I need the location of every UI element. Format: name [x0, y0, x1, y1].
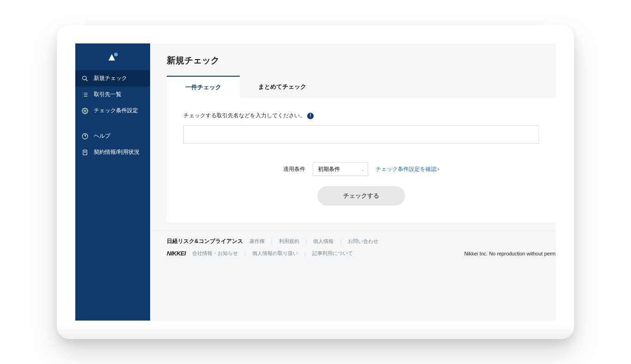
- sidebar-item-label: ヘルプ: [94, 132, 110, 140]
- sidebar-item-label: 取引先一覧: [94, 91, 121, 98]
- input-label-row: チェックする取引先名などを入力してください。 !: [183, 112, 539, 120]
- sidebar: 新規チェック 取引先一覧 チェック条件設定 ヘルプ: [75, 43, 150, 321]
- svg-point-8: [84, 110, 86, 112]
- logo-icon: [109, 53, 117, 61]
- search-icon: [82, 75, 88, 82]
- page-title: 新規チェック: [167, 55, 539, 67]
- confirm-settings-link[interactable]: チェック条件設定を確認 ›: [376, 165, 439, 173]
- sidebar-item-check-settings[interactable]: チェック条件設定: [75, 103, 150, 119]
- footer-link-article-use[interactable]: 記事利用について: [312, 250, 353, 257]
- main-content: 新規チェック 一件チェック まとめてチェック チェックする取引先名などを入力して…: [150, 43, 556, 321]
- footer-row-2: NIKKEI 会社情報・お知らせ | 個人情報の取り扱い | 記事利用について …: [167, 250, 539, 257]
- footer-link-copyright[interactable]: 著作権: [249, 238, 265, 245]
- sidebar-item-label: チェック条件設定: [94, 107, 138, 115]
- sidebar-item-new-check[interactable]: 新規チェック: [75, 70, 150, 86]
- logo-area: [75, 43, 150, 70]
- partner-name-input[interactable]: [183, 125, 539, 144]
- screen: 新規チェック 取引先一覧 チェック条件設定 ヘルプ: [75, 43, 556, 321]
- submit-row: チェックする: [183, 186, 539, 206]
- footer: 日経リスク&コンプライアンス 著作権 | 利用規約 | 個人情報 | お問い合わ…: [150, 231, 556, 263]
- input-label: チェックする取引先名などを入力してください。: [183, 112, 305, 120]
- tab-batch-check[interactable]: まとめてチェック: [240, 76, 325, 98]
- check-submit-button[interactable]: チェックする: [317, 186, 405, 206]
- laptop-frame: 新規チェック 取引先一覧 チェック条件設定 ヘルプ: [57, 25, 574, 339]
- svg-point-0: [83, 76, 86, 79]
- conditions-label: 適用条件: [283, 165, 305, 173]
- footer-service-name: 日経リスク&コンプライアンス: [167, 237, 243, 245]
- sidebar-item-label: 新規チェック: [94, 74, 127, 82]
- footer-link-contact[interactable]: お問い合わせ: [348, 238, 378, 245]
- laptop-base: [57, 330, 574, 339]
- tabs: 一件チェック まとめてチェック: [167, 76, 539, 98]
- footer-link-company-info[interactable]: 会社情報・お知らせ: [192, 250, 238, 257]
- footer-copyright: Nikkei Inc. No reproduction without perm: [464, 251, 556, 256]
- tab-single-check[interactable]: 一件チェック: [167, 76, 240, 98]
- footer-link-terms[interactable]: 利用規約: [279, 238, 299, 245]
- footer-row-1: 日経リスク&コンプライアンス 著作権 | 利用規約 | 個人情報 | お問い合わ…: [167, 237, 539, 245]
- nikkei-logo: NIKKEI: [167, 250, 186, 257]
- svg-line-1: [86, 79, 88, 81]
- content-card: チェックする取引先名などを入力してください。 ! 適用条件 初期条件 ⌄ チェッ…: [167, 98, 556, 222]
- info-icon[interactable]: !: [307, 113, 314, 119]
- conditions-row: 適用条件 初期条件 ⌄ チェック条件設定を確認 ›: [183, 162, 539, 176]
- document-icon: [82, 149, 88, 156]
- list-icon: [82, 91, 88, 98]
- sidebar-item-help[interactable]: ヘルプ: [75, 128, 150, 144]
- conditions-select-wrap: 初期条件 ⌄: [313, 162, 368, 176]
- sidebar-item-label: 契約情報/利用状況: [94, 148, 140, 156]
- footer-link-privacy[interactable]: 個人情報: [313, 238, 334, 245]
- sidebar-item-partners-list[interactable]: 取引先一覧: [75, 86, 150, 103]
- conditions-select[interactable]: 初期条件: [313, 162, 368, 176]
- help-icon: [82, 133, 88, 140]
- sidebar-item-contract[interactable]: 契約情報/利用状況: [75, 144, 150, 160]
- footer-link-personal-info[interactable]: 個人情報の取り扱い: [252, 250, 298, 257]
- chevron-right-icon: ›: [437, 166, 439, 172]
- page-header: 新規チェック 一件チェック まとめてチェック: [150, 43, 556, 98]
- gear-icon: [82, 108, 88, 114]
